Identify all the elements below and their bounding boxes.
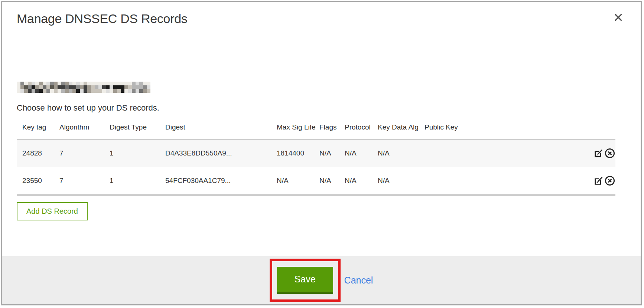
row-actions — [581, 167, 615, 195]
cell-flags: N/A — [319, 167, 345, 195]
edit-record-button[interactable] — [593, 176, 604, 186]
column-header-key-data-alg: Key Data Alg — [378, 117, 425, 139]
column-header-algorithm: Algorithm — [59, 117, 110, 139]
cell-protocol: N/A — [345, 167, 378, 195]
cell-key-data-alg: N/A — [378, 139, 425, 167]
dialog-footer: Save Cancel — [2, 256, 641, 304]
cell-max-sig-life: 1814400 — [277, 139, 319, 167]
table-header-row: Key tag Algorithm Digest Type Digest Max… — [17, 117, 615, 139]
column-header-flags: Flags — [319, 117, 345, 139]
close-icon — [614, 17, 623, 23]
delete-icon — [604, 154, 615, 160]
cell-algorithm: 7 — [59, 139, 110, 167]
edit-icon — [593, 181, 604, 187]
cell-public-key — [425, 139, 581, 167]
cell-digest: 54FCF030AA1C79... — [165, 167, 277, 195]
table-row: 23550 7 1 54FCF030AA1C79... N/A N/A N/A … — [17, 167, 615, 195]
ds-records-table: Key tag Algorithm Digest Type Digest Max… — [17, 117, 615, 196]
edit-record-button[interactable] — [593, 148, 604, 158]
cell-public-key — [425, 167, 581, 195]
cell-key-data-alg: N/A — [378, 167, 425, 195]
delete-icon — [604, 182, 615, 187]
close-button[interactable] — [612, 12, 624, 23]
cell-max-sig-life: N/A — [277, 167, 319, 195]
cell-digest-type: 1 — [110, 167, 165, 195]
column-header-digest-type: Digest Type — [110, 117, 165, 139]
cell-algorithm: 7 — [59, 167, 110, 195]
cell-digest-type: 1 — [110, 139, 165, 167]
delete-record-button[interactable] — [604, 175, 615, 186]
cell-protocol: N/A — [345, 139, 378, 167]
page-title: Manage DNSSEC DS Records — [17, 12, 641, 26]
column-header-max-sig-life: Max Sig Life — [277, 117, 319, 139]
column-header-actions — [581, 117, 615, 139]
column-header-protocol: Protocol — [345, 117, 378, 139]
cell-key-tag: 23550 — [17, 167, 59, 195]
column-header-key-tag: Key tag — [17, 117, 59, 139]
delete-record-button[interactable] — [604, 148, 615, 159]
row-actions — [581, 139, 615, 167]
table-row: 24828 7 1 D4A33E8DD550A9... 1814400 N/A … — [17, 139, 615, 167]
cell-flags: N/A — [319, 139, 345, 167]
instruction-text: Choose how to set up your DS records. — [17, 103, 641, 113]
save-button[interactable]: Save — [277, 267, 333, 294]
cell-digest: D4A33E8DD550A9... — [165, 139, 277, 167]
column-header-digest: Digest — [165, 117, 277, 139]
dnssec-ds-records-dialog: Manage DNSSEC DS Records Choose how to s… — [1, 1, 642, 305]
cancel-link[interactable]: Cancel — [344, 275, 373, 286]
column-header-public-key: Public Key — [425, 117, 581, 139]
redacted-domain — [17, 82, 150, 93]
edit-icon — [593, 154, 604, 160]
add-ds-record-button[interactable]: Add DS Record — [17, 202, 88, 220]
cell-key-tag: 24828 — [17, 139, 59, 167]
annotation-highlight: Save — [270, 259, 341, 302]
